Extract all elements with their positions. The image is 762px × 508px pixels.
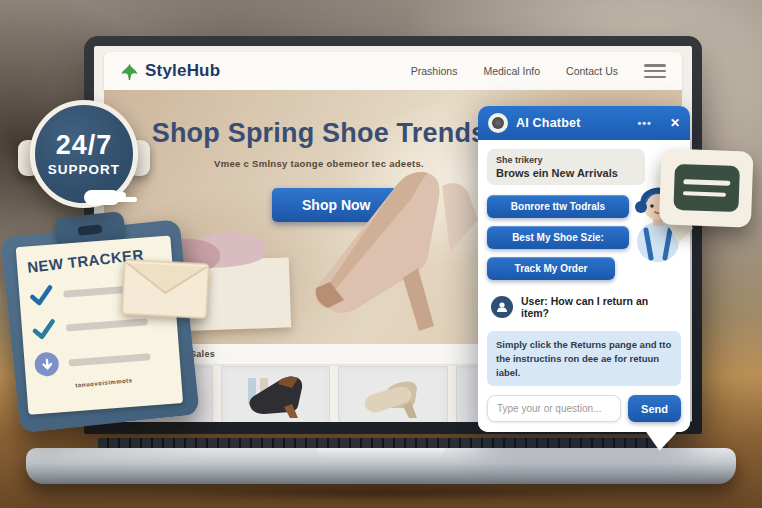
nav-link-contact-us[interactable]: Contact Us bbox=[566, 65, 618, 77]
nav-link-prashions[interactable]: Prashions bbox=[411, 65, 458, 77]
chatbot-avatar-icon bbox=[488, 113, 508, 133]
quick-reply-shoe-size[interactable]: Best My Shoe Szie: bbox=[487, 226, 629, 249]
product-thumb-cream-heels[interactable] bbox=[338, 366, 447, 422]
ai-chatbot-panel: AI Chatbet ••• ✕ She trikery Brows ein N… bbox=[478, 106, 690, 432]
speech-lines bbox=[673, 164, 740, 212]
nav-link-medical-info[interactable]: Medical Info bbox=[483, 65, 540, 77]
quick-reply-browse[interactable]: Bonrore ttw Todrals bbox=[487, 195, 629, 218]
site-navbar: StyleHub Prashions Medical Info Contact … bbox=[104, 52, 682, 90]
bot-reply-bubble: Simply click the Returns pange and tto t… bbox=[487, 331, 681, 386]
download-arrow-icon bbox=[34, 351, 60, 377]
user-message-text: User: How can I return an item? bbox=[521, 295, 677, 319]
hero-title: Shop Spring Shoe Trends bbox=[114, 118, 524, 149]
quick-reply-track-order[interactable]: Track My Order bbox=[487, 257, 615, 280]
checkmark-icon bbox=[31, 317, 57, 341]
site-logo[interactable]: StyleHub bbox=[120, 61, 220, 81]
laptop-notch bbox=[317, 448, 445, 459]
envelope-icon bbox=[121, 259, 210, 319]
bot-message-line1: She trikery bbox=[496, 155, 636, 165]
chat-close-icon[interactable]: ✕ bbox=[670, 116, 680, 130]
bot-message-bubble: She trikery Brows ein New Arrivals bbox=[487, 149, 645, 185]
support-badge-circle: 24/7 SUPPORT bbox=[30, 100, 138, 208]
support-badge: 24/7 SUPPORT bbox=[18, 96, 150, 218]
checkmark-icon bbox=[29, 284, 55, 308]
scene: StyleHub Prashions Medical Info Contact … bbox=[0, 0, 762, 508]
nav-links: Prashions Medical Info Contact Us bbox=[411, 65, 618, 77]
chat-input[interactable] bbox=[487, 395, 621, 422]
bot-message-line2: Brows ein New Arrivals bbox=[496, 167, 636, 179]
user-icon bbox=[491, 296, 513, 318]
chat-title: AI Chatbet bbox=[516, 116, 581, 130]
hero-pump-image bbox=[300, 156, 480, 344]
chat-input-row: Send bbox=[487, 395, 681, 422]
chat-body: She trikery Brows ein New Arrivals Bonro… bbox=[478, 140, 690, 432]
support-badge-247: 24/7 bbox=[56, 132, 113, 159]
leaf-logo-icon bbox=[120, 62, 139, 81]
tracker-footnote: tonuovoisimmots bbox=[36, 374, 171, 393]
tracker-row-3 bbox=[34, 343, 170, 377]
user-message-row: User: How can I return an item? bbox=[487, 290, 681, 324]
laptop-shadow bbox=[46, 486, 726, 500]
order-tracker-clipboard: NEW TRACKER to bbox=[0, 219, 200, 433]
chat-menu-icon[interactable]: ••• bbox=[637, 117, 652, 129]
support-badge-support: SUPPORT bbox=[48, 162, 120, 177]
chat-speech-bubble-icon bbox=[659, 148, 754, 237]
hamburger-menu-icon[interactable] bbox=[644, 64, 666, 78]
brand-name: StyleHub bbox=[145, 61, 220, 81]
chat-header: AI Chatbet ••• ✕ bbox=[478, 106, 690, 140]
send-button[interactable]: Send bbox=[628, 395, 681, 422]
product-thumb-black-pump[interactable] bbox=[221, 366, 330, 422]
mic-cloud-icon bbox=[84, 190, 120, 205]
laptop-base bbox=[26, 448, 736, 484]
